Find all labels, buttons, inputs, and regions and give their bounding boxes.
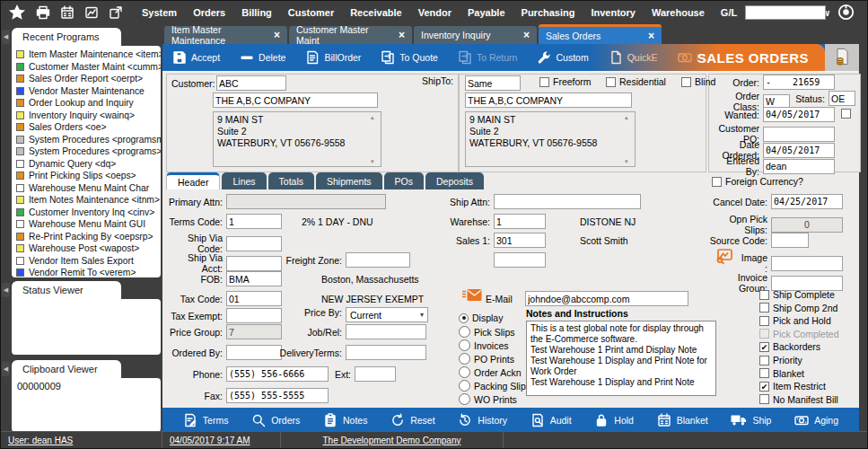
warehse-input[interactable] bbox=[494, 214, 546, 229]
program-item[interactable]: Vendor Remit To <verem> bbox=[16, 267, 161, 277]
ship-comp-2nd-checkbox[interactable] bbox=[759, 303, 769, 313]
shipto-name-input[interactable] bbox=[465, 92, 632, 108]
program-item[interactable]: Customer Master Maint <cumm> bbox=[16, 61, 161, 74]
image-input[interactable] bbox=[771, 256, 843, 271]
tab-item-master-maintenance[interactable]: Item Master Maintenance× bbox=[164, 26, 287, 44]
billorder-button[interactable]: BillOrder bbox=[295, 44, 371, 71]
customer-name-input[interactable] bbox=[213, 92, 378, 108]
menu-orders[interactable]: Orders bbox=[185, 7, 233, 18]
detail-tab-deposits[interactable]: Deposits bbox=[425, 172, 484, 189]
order-number-input[interactable] bbox=[763, 75, 835, 90]
source-code-input[interactable] bbox=[771, 233, 809, 248]
program-item[interactable]: Vendor Master Maintenance bbox=[16, 85, 161, 98]
tax-code-input[interactable] bbox=[226, 291, 282, 306]
delete-button[interactable]: Delete bbox=[230, 44, 295, 71]
detail-tab-pos[interactable]: POs bbox=[384, 172, 424, 189]
image-icon[interactable] bbox=[715, 248, 733, 265]
export-icon[interactable] bbox=[109, 5, 123, 20]
tax-exempt-input[interactable] bbox=[226, 308, 282, 323]
program-item[interactable]: Item Notes Maintenance <itnm> bbox=[16, 194, 161, 207]
terms-code-input[interactable] bbox=[226, 214, 282, 229]
ship-complete-checkbox[interactable] bbox=[759, 290, 769, 300]
aging-bottom-button[interactable]: Aging bbox=[789, 412, 844, 428]
program-item[interactable]: Sales Order Report <oerpt> bbox=[16, 73, 161, 85]
program-item[interactable]: System Procedures <programsm> bbox=[16, 134, 161, 146]
menu-g-l[interactable]: G/L bbox=[713, 7, 745, 18]
order-entry-icon[interactable] bbox=[832, 48, 852, 67]
blanket-checkbox[interactable] bbox=[759, 368, 769, 378]
program-item[interactable]: Print Picking Slips <oeps> bbox=[16, 170, 161, 182]
print-icon[interactable] bbox=[36, 5, 50, 20]
settings-power-icon[interactable] bbox=[837, 4, 855, 21]
program-item[interactable]: Order Lookup and Inquiry bbox=[16, 97, 161, 110]
residential-checkbox[interactable] bbox=[606, 77, 616, 87]
menu-customer[interactable]: Customer bbox=[280, 7, 342, 18]
orders-bottom-button[interactable]: Orders bbox=[246, 412, 305, 428]
invoices-radio[interactable] bbox=[459, 339, 470, 351]
tab-inventory-inquiry[interactable]: Inventory Inquiry× bbox=[414, 26, 537, 44]
program-item[interactable]: Warehouse Menu Maint Char bbox=[16, 182, 161, 195]
ship-via-code-input[interactable] bbox=[226, 236, 282, 251]
blanket-bottom-button[interactable]: Blanket bbox=[652, 412, 714, 428]
foreign-currency-checkbox[interactable] bbox=[712, 177, 722, 187]
sales1-input[interactable] bbox=[494, 233, 546, 248]
tab-customer-master-maint[interactable]: Customer Master Maint× bbox=[289, 26, 412, 44]
program-item[interactable]: Dynamic Query <dq> bbox=[16, 158, 161, 171]
cancel-date-input[interactable] bbox=[771, 194, 843, 209]
notes-box[interactable]: This is a test global note for display t… bbox=[526, 321, 716, 396]
price-by-select[interactable]: Current ▾ bbox=[346, 307, 428, 322]
program-item[interactable]: Vendor Item Sales Export bbox=[16, 255, 161, 268]
terms-bottom-button[interactable]: Terms bbox=[178, 412, 234, 428]
job-rel-input[interactable] bbox=[346, 324, 426, 339]
fob-input[interactable] bbox=[226, 271, 282, 286]
program-item[interactable]: Sales Orders <oe> bbox=[16, 121, 161, 134]
menu-system[interactable]: System bbox=[134, 7, 185, 18]
shipto-code-input[interactable] bbox=[465, 75, 521, 91]
clipboard-viewer-tab[interactable]: Clipboard Viewer bbox=[12, 360, 121, 378]
order-ackn-radio[interactable] bbox=[459, 366, 470, 378]
close-icon[interactable]: × bbox=[399, 29, 405, 41]
global-search-input[interactable] bbox=[745, 5, 826, 20]
status-company-link[interactable]: The Development Demo Company bbox=[281, 432, 504, 448]
recent-programs-tab[interactable]: Recent Programs bbox=[12, 28, 121, 46]
wanted-date-input[interactable] bbox=[763, 107, 835, 122]
chart-image-icon[interactable] bbox=[84, 5, 99, 20]
item-restrict-checkbox[interactable]: ✔ bbox=[759, 382, 769, 392]
priority-checkbox[interactable] bbox=[759, 356, 769, 365]
program-item[interactable]: Inventory Inquiry <wainq> bbox=[16, 110, 161, 122]
email-icon[interactable] bbox=[462, 287, 482, 303]
menu-billing[interactable]: Billing bbox=[233, 7, 280, 18]
close-icon[interactable]: × bbox=[648, 30, 654, 42]
detail-tab-lines[interactable]: Lines bbox=[222, 172, 266, 189]
ship-via-acct-input[interactable] bbox=[226, 256, 282, 271]
menu-warehouse[interactable]: Warehouse bbox=[644, 7, 713, 18]
audit-bottom-button[interactable]: Audit bbox=[525, 412, 577, 428]
backorders-checkbox[interactable]: ✔ bbox=[759, 342, 769, 352]
invoice-group-input[interactable] bbox=[771, 276, 843, 291]
detail-tab-header[interactable]: Header bbox=[166, 172, 220, 189]
wanted-date-checkbox[interactable] bbox=[841, 109, 851, 119]
menu-inventory[interactable]: Inventory bbox=[583, 7, 644, 18]
collapse-recent-programs-button[interactable]: ◀ bbox=[2, 30, 10, 44]
collapse-status-viewer-button[interactable]: ◀ bbox=[2, 283, 10, 297]
ext-input[interactable] bbox=[355, 366, 396, 382]
email-input[interactable] bbox=[525, 291, 688, 306]
program-item[interactable]: Customer Inventory Inq <cinv> bbox=[16, 207, 161, 219]
pick-slips-radio[interactable] bbox=[459, 326, 470, 338]
detail-tab-totals[interactable]: Totals bbox=[268, 172, 314, 189]
program-item[interactable]: Re-Print Packing By <oepsrp> bbox=[16, 231, 161, 243]
wo-prints-radio[interactable] bbox=[459, 393, 470, 405]
sales2-input[interactable] bbox=[494, 252, 546, 268]
reset-bottom-button[interactable]: Reset bbox=[385, 412, 440, 428]
freight-zone-input[interactable] bbox=[346, 252, 410, 268]
ship-attn-input[interactable] bbox=[494, 194, 641, 209]
program-item[interactable]: Item Master Maintenance <item> bbox=[16, 48, 161, 61]
close-icon[interactable]: × bbox=[274, 29, 280, 41]
close-icon[interactable]: × bbox=[523, 29, 530, 41]
program-item[interactable]: System Procedures <programs> bbox=[16, 145, 161, 158]
display-radio[interactable] bbox=[459, 313, 469, 323]
no-manifest-bill-checkbox[interactable] bbox=[759, 394, 769, 404]
hold-bottom-button[interactable]: Hold bbox=[589, 412, 639, 428]
menu-receivable[interactable]: Receivable bbox=[342, 7, 409, 18]
menu-payable[interactable]: Payable bbox=[460, 7, 513, 18]
